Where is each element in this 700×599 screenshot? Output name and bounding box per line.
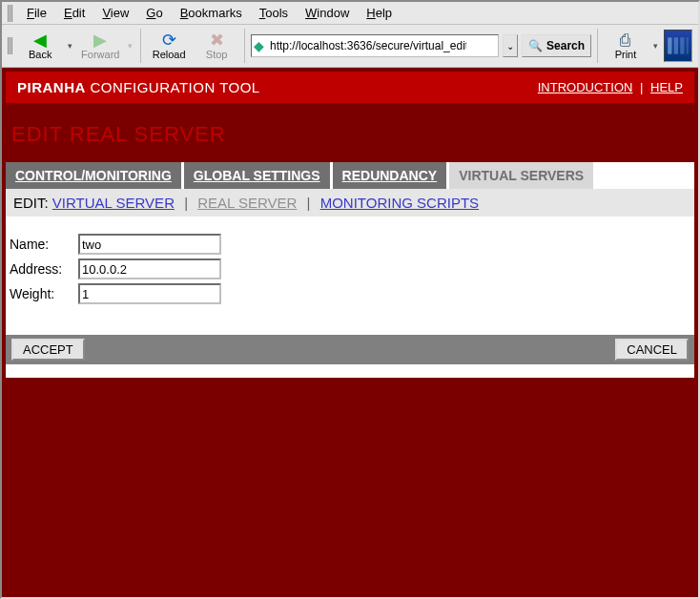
- toolbar: ◀ Back ▾ ▶ Forward ▾ ⟳ Reload ✖ Stop ◆ ⌄…: [2, 25, 698, 68]
- content-box: CONTROL/MONITORING GLOBAL SETTINGS REDUN…: [6, 162, 694, 378]
- input-address[interactable]: [78, 258, 221, 279]
- banner-title: PIRANHA CONFIGURATION TOOL: [17, 79, 260, 95]
- sub-tabs: EDIT: VIRTUAL SERVER | REAL SERVER | MON…: [6, 189, 694, 217]
- row-weight: Weight:: [10, 283, 690, 304]
- main-tabs: CONTROL/MONITORING GLOBAL SETTINGS REDUN…: [6, 162, 694, 189]
- form-area: Name: Address: Weight:: [6, 217, 694, 335]
- input-name[interactable]: [78, 234, 221, 255]
- link-introduction[interactable]: INTRODUCTION: [538, 80, 633, 94]
- row-name: Name:: [10, 234, 690, 255]
- browser-window: File Edit View Go Bookmarks Tools Window…: [2, 2, 698, 597]
- search-label: Search: [546, 39, 585, 52]
- subtab-prefix: EDIT:: [13, 195, 49, 211]
- toolbar-separator-2: [244, 29, 245, 63]
- tab-global-settings[interactable]: GLOBAL SETTINGS: [184, 162, 330, 189]
- menubar-grip[interactable]: [8, 5, 13, 22]
- footer-strip: [6, 364, 694, 378]
- banner-brand: PIRANHA: [17, 79, 86, 95]
- stop-button: ✖ Stop: [195, 30, 238, 62]
- link-help[interactable]: HELP: [650, 80, 683, 94]
- print-dropdown[interactable]: ▾: [651, 41, 660, 51]
- banner-separator: |: [636, 80, 647, 94]
- svg-rect-1: [674, 37, 678, 53]
- print-label: Print: [615, 49, 637, 60]
- accept-button[interactable]: ACCEPT: [11, 339, 85, 361]
- svg-rect-3: [687, 37, 689, 53]
- banner: PIRANHA CONFIGURATION TOOL INTRODUCTION …: [6, 72, 694, 103]
- url-bar[interactable]: ◆: [251, 34, 499, 57]
- subtab-real-server: REAL SERVER: [197, 195, 297, 211]
- menu-view[interactable]: View: [96, 4, 134, 22]
- menu-go[interactable]: Go: [140, 4, 168, 22]
- piranha-page: PIRANHA CONFIGURATION TOOL INTRODUCTION …: [6, 72, 694, 378]
- back-icon: ◀: [33, 31, 47, 49]
- subtab-separator-1: |: [178, 195, 194, 211]
- subtab-virtual-server[interactable]: VIRTUAL SERVER: [52, 195, 175, 211]
- back-dropdown[interactable]: ▾: [66, 41, 74, 51]
- reload-button[interactable]: ⟳ Reload: [147, 30, 191, 62]
- url-input[interactable]: [268, 38, 468, 53]
- menu-edit[interactable]: Edit: [58, 4, 91, 22]
- tab-redundancy[interactable]: REDUNDANCY: [333, 162, 447, 189]
- banner-links: INTRODUCTION | HELP: [538, 80, 683, 94]
- forward-icon: ▶: [93, 31, 107, 49]
- reload-label: Reload: [153, 49, 186, 60]
- menubar: File Edit View Go Bookmarks Tools Window…: [2, 2, 698, 25]
- menu-window[interactable]: Window: [299, 4, 355, 22]
- back-button[interactable]: ◀ Back: [18, 30, 62, 62]
- stop-icon: ✖: [210, 31, 224, 49]
- back-label: Back: [29, 49, 51, 60]
- toolbar-grip[interactable]: [8, 37, 12, 54]
- row-address: Address:: [10, 258, 690, 279]
- page-viewport: PIRANHA CONFIGURATION TOOL INTRODUCTION …: [2, 68, 698, 597]
- menu-tools[interactable]: Tools: [254, 4, 294, 22]
- toolbar-separator-3: [597, 29, 598, 63]
- url-dropdown[interactable]: ⌄: [503, 34, 518, 57]
- forward-label: Forward: [81, 49, 119, 60]
- print-button[interactable]: ⎙ Print: [604, 30, 648, 62]
- subtab-monitoring-scripts[interactable]: MONITORING SCRIPTS: [320, 195, 479, 211]
- label-weight: Weight:: [10, 286, 71, 301]
- menu-bookmarks[interactable]: Bookmarks: [175, 4, 248, 22]
- print-icon: ⎙: [620, 31, 630, 49]
- tab-control-monitoring[interactable]: CONTROL/MONITORING: [6, 162, 181, 189]
- forward-button: ▶ Forward: [78, 30, 122, 62]
- search-button[interactable]: 🔍 Search: [522, 34, 591, 57]
- input-weight[interactable]: [78, 283, 221, 304]
- menu-help[interactable]: Help: [360, 4, 398, 22]
- forward-dropdown: ▾: [126, 41, 134, 51]
- stop-label: Stop: [206, 49, 228, 60]
- search-icon: 🔍: [528, 39, 543, 52]
- page-icon: ◆: [254, 38, 264, 53]
- banner-subtitle: CONFIGURATION TOOL: [91, 79, 260, 95]
- page-title: EDIT REAL SERVER: [6, 103, 694, 162]
- svg-rect-2: [680, 37, 684, 53]
- label-name: Name:: [10, 237, 71, 252]
- toolbar-separator-1: [140, 29, 141, 63]
- cancel-button[interactable]: CANCEL: [615, 339, 689, 361]
- action-bar: ACCEPT CANCEL: [6, 335, 694, 364]
- svg-rect-0: [668, 37, 671, 53]
- label-address: Address:: [10, 261, 71, 277]
- tab-virtual-servers: VIRTUAL SERVERS: [449, 162, 593, 189]
- reload-icon: ⟳: [162, 31, 176, 49]
- subtab-separator-2: |: [301, 195, 317, 211]
- menu-file[interactable]: File: [21, 4, 52, 22]
- throbber-icon: [664, 30, 692, 62]
